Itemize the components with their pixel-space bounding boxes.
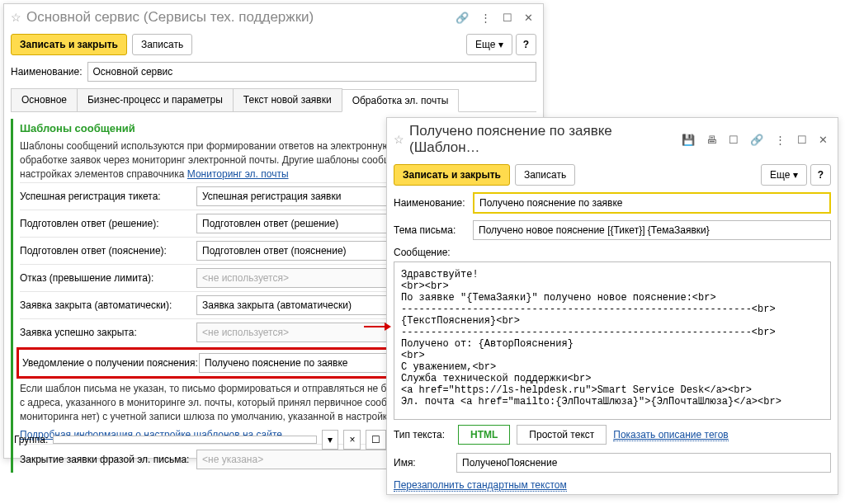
save-close-button[interactable]: Записать и закрыть — [394, 164, 510, 186]
link-icon[interactable]: 🔗 — [747, 132, 767, 148]
close-icon[interactable]: ✕ — [815, 132, 831, 148]
name-input[interactable]: Основной сервис — [87, 62, 536, 82]
id-label: Имя: — [394, 457, 451, 469]
print-icon[interactable]: 🖶 — [703, 132, 720, 148]
report-icon[interactable]: ☐ — [725, 132, 742, 148]
tpl-label: Подготовлен ответ (решение): — [20, 218, 191, 229]
show-tags-link[interactable]: Показать описание тегов — [613, 429, 728, 441]
help-button[interactable]: ? — [810, 164, 831, 186]
tpl-label: Уведомление о получении пояснения: — [22, 357, 194, 369]
tab-main[interactable]: Основное — [11, 88, 78, 111]
refill-link[interactable]: Перезаполнить стандартным текстом — [394, 479, 567, 492]
message-body[interactable]: Здравствуйте! <br><br> По заявке "{ТемаЗ… — [394, 261, 831, 420]
save-button[interactable]: Записать — [515, 164, 575, 186]
type-label: Тип текста: — [394, 429, 451, 440]
tpl-toolbar: Записать и закрыть Записать Еще ▾ ? — [387, 161, 838, 189]
tab-email[interactable]: Обработка эл. почты — [342, 89, 460, 112]
close-icon[interactable]: ✕ — [521, 10, 536, 26]
more-button[interactable]: Еще ▾ — [761, 164, 807, 186]
tpl-title: Получено пояснение по заявке (Шаблон… — [409, 123, 673, 156]
tpl-label: Подготовлен ответ (пояснение): — [20, 245, 191, 257]
id-input[interactable]: ПолученоПояснение — [456, 453, 831, 473]
subject-label: Тема письма: — [394, 224, 468, 236]
monitoring-link[interactable]: Мониторинг эл. почты — [187, 168, 289, 180]
main-titlebar: ☆ Основной сервис (Сервисы тех. поддержк… — [4, 4, 543, 31]
tpl-label: Отказ (превышение лимита): — [20, 272, 191, 284]
open-button[interactable]: ☐ — [366, 430, 386, 450]
template-window: ☆ Получено пояснение по заявке (Шаблон… … — [386, 117, 838, 495]
msg-label: Сообщение: — [394, 247, 451, 258]
name-input[interactable]: Получено пояснение по заявке — [473, 192, 831, 214]
more-button[interactable]: Еще ▾ — [466, 34, 512, 55]
tab-process[interactable]: Бизнес-процесс и параметры — [77, 88, 234, 111]
name-label: Наименование: — [11, 66, 83, 78]
more-icon[interactable]: ⋮ — [772, 132, 789, 148]
type-html-button[interactable]: HTML — [458, 425, 510, 445]
subject-input[interactable]: Получено новое пояснение [{Тикет}] {Тема… — [473, 220, 831, 240]
tpl-label: Заявка закрыта (автоматически): — [20, 299, 191, 311]
link-icon[interactable]: 🔗 — [452, 10, 472, 26]
save-button[interactable]: Записать — [132, 34, 192, 55]
save-close-button[interactable]: Записать и закрыть — [11, 34, 127, 55]
main-title: Основной сервис (Сервисы тех. поддержки) — [26, 9, 447, 26]
group-input[interactable] — [53, 436, 317, 444]
save-icon[interactable]: 💾 — [678, 132, 698, 148]
main-toolbar: Записать и закрыть Записать Еще ▾ ? — [4, 31, 543, 59]
tpl-titlebar: ☆ Получено пояснение по заявке (Шаблон… … — [387, 118, 838, 161]
help-button[interactable]: ? — [516, 34, 536, 55]
annotation-arrow — [364, 326, 389, 327]
close-phrase-label: Закрытие заявки фразой эл. письма: — [20, 454, 191, 465]
more-icon[interactable]: ⋮ — [477, 10, 494, 26]
clear-button[interactable]: × — [343, 430, 361, 450]
favorite-star-icon[interactable]: ☆ — [11, 11, 21, 24]
window-icon[interactable]: ☐ — [499, 10, 516, 26]
tab-newticket[interactable]: Текст новой заявки — [233, 88, 342, 111]
window-icon[interactable]: ☐ — [794, 132, 810, 148]
type-plain-button[interactable]: Простой текст — [517, 425, 607, 445]
tpl-label: Успешная регистрация тикета: — [20, 191, 191, 202]
tabs: Основное Бизнес-процесс и параметры Текс… — [11, 88, 536, 112]
select-button[interactable]: ▾ — [322, 430, 338, 450]
name-label: Наименование: — [394, 197, 468, 209]
group-label: Группа: — [14, 434, 48, 445]
favorite-star-icon[interactable]: ☆ — [394, 133, 404, 146]
tpl-label: Заявка успешно закрыта: — [20, 327, 191, 338]
